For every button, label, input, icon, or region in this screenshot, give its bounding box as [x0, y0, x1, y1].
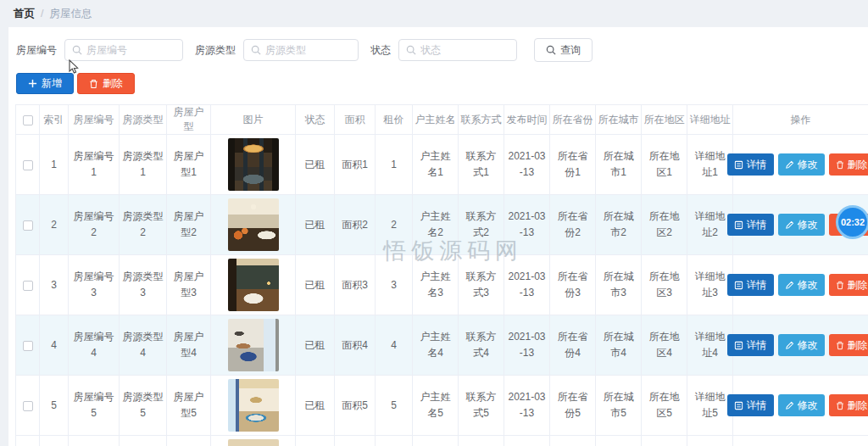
- search-icon: [406, 45, 416, 55]
- cell-owner: 户主姓名2: [413, 195, 459, 255]
- cell-owner: 户主姓名5: [413, 376, 459, 436]
- cell-house-layout: 房屋户型2: [167, 195, 211, 255]
- cell-district: 所在地区4: [642, 315, 687, 376]
- cell-house-code: 房屋编号2: [69, 195, 120, 255]
- detail-button[interactable]: 详情: [727, 334, 774, 356]
- query-button[interactable]: 查询: [534, 38, 593, 62]
- cell-city: 所在城市5: [596, 376, 642, 436]
- detail-button[interactable]: 详情: [727, 153, 774, 176]
- document-icon: [734, 341, 743, 350]
- col-province: 所在省份: [550, 105, 596, 135]
- plus-icon: [28, 79, 37, 88]
- edit-button[interactable]: 修改: [778, 274, 825, 296]
- table-row: 1 房屋编号1 房源类型1 房屋户型1 已租 面积1 1 户主姓名1 联系方式1…: [16, 135, 868, 195]
- house-photo: [228, 198, 279, 251]
- cell-status: 已租: [296, 135, 335, 195]
- content-card: 房屋编号 房源类型 状态 查询 新增 删除: [8, 27, 868, 446]
- filter-label-status: 状态: [370, 43, 391, 58]
- col-area: 面积: [335, 105, 376, 135]
- cell-area: 面积5: [335, 376, 376, 436]
- cell-status: 已租: [296, 376, 335, 436]
- document-icon: [734, 220, 743, 230]
- recording-timer-badge[interactable]: 02:32: [836, 205, 868, 239]
- row-checkbox[interactable]: [23, 220, 33, 231]
- delete-button[interactable]: 删除: [829, 394, 868, 416]
- cell-status: 已租: [296, 195, 335, 255]
- cell-price: 1: [376, 135, 413, 195]
- status-input[interactable]: [420, 44, 509, 56]
- detail-button[interactable]: 详情: [727, 394, 774, 416]
- cell-contact: 联系方式3: [459, 255, 504, 315]
- cell-house-layout: 房屋户型3: [167, 255, 211, 315]
- house-photo: [228, 379, 279, 432]
- cell-owner: 户主姓名4: [413, 315, 459, 376]
- table-row: 5 房屋编号5 房源类型5 房屋户型5 已租 面积5 5 户主姓名5 联系方式5…: [16, 376, 868, 436]
- cell-province: 所在省份1: [550, 135, 596, 195]
- pencil-icon: [785, 220, 794, 230]
- breadcrumb: 首页 / 房屋信息: [0, 0, 868, 27]
- cell-index: 3: [40, 255, 69, 315]
- search-icon: [546, 45, 556, 55]
- edit-button[interactable]: 修改: [778, 153, 825, 176]
- row-checkbox[interactable]: [23, 281, 33, 291]
- detail-button[interactable]: 详情: [727, 214, 774, 236]
- cell-address: 详细地址5: [687, 376, 733, 436]
- breadcrumb-home[interactable]: 首页: [14, 7, 35, 21]
- col-contact: 联系方式: [459, 105, 504, 135]
- cell-address: 详细地址3: [687, 255, 733, 315]
- edit-button[interactable]: 修改: [778, 334, 825, 356]
- cell-house-type: 房源类型3: [120, 255, 167, 315]
- house-code-input[interactable]: [86, 44, 175, 56]
- cell-date: 2021-03-13: [504, 376, 550, 436]
- cell-district: 所在地区3: [642, 255, 687, 315]
- delete-button[interactable]: 删除: [829, 153, 868, 176]
- edit-button[interactable]: 修改: [778, 214, 825, 236]
- cell-date: 2021-03-13: [504, 195, 550, 255]
- cell-district: 所在地区5: [642, 376, 687, 436]
- table-row: 3 房屋编号3 房源类型3 房屋户型3 已租 面积3 3 户主姓名3 联系方式3…: [16, 255, 868, 315]
- cell-house-code: 房屋编号5: [69, 376, 120, 436]
- cell-province: 所在省份2: [550, 195, 596, 255]
- cell-city: 所在城市4: [596, 315, 642, 376]
- col-owner: 户主姓名: [413, 105, 459, 135]
- document-icon: [734, 281, 743, 290]
- row-checkbox[interactable]: [23, 341, 33, 351]
- house-type-input[interactable]: [265, 44, 351, 56]
- trash-icon: [836, 160, 844, 170]
- cell-status: 已租: [296, 315, 335, 376]
- cell-house-type: 房源类型5: [120, 376, 167, 436]
- cell-address: 详细地址1: [687, 135, 733, 195]
- row-checkbox[interactable]: [23, 160, 33, 170]
- cell-area: 面积2: [335, 195, 376, 255]
- detail-button[interactable]: 详情: [727, 274, 774, 296]
- house-type-input-wrap: [243, 39, 359, 61]
- cell-province: 所在省份4: [550, 315, 596, 376]
- cell-province: 所在省份5: [550, 376, 596, 436]
- col-city: 所在城市: [596, 105, 642, 135]
- cell-index: 2: [40, 195, 69, 255]
- trash-icon: [836, 341, 844, 350]
- cell-house-type: 房源类型1: [120, 135, 167, 195]
- table-header-row: 索引 房屋编号 房源类型 房屋户型 图片 状态 面积 租价 户主姓名 联系方式 …: [16, 105, 868, 135]
- cell-province: 所在省份3: [550, 255, 596, 315]
- bulk-delete-button[interactable]: 删除: [77, 73, 135, 94]
- cell-area: 面积1: [335, 135, 376, 195]
- cell-area: 面积4: [335, 315, 376, 376]
- trash-icon: [836, 401, 844, 410]
- cell-city: 所在城市1: [596, 135, 642, 195]
- filter-label-house-type: 房源类型: [195, 43, 236, 58]
- delete-button[interactable]: 删除: [829, 334, 868, 356]
- col-house-type: 房源类型: [120, 105, 167, 135]
- toolbar: 新增 删除: [16, 73, 868, 94]
- add-button[interactable]: 新增: [16, 73, 74, 94]
- cell-price: 2: [376, 195, 413, 255]
- cell-date: 2021-03-13: [504, 315, 550, 376]
- col-index: 索引: [40, 105, 69, 135]
- delete-button[interactable]: 删除: [829, 274, 868, 296]
- select-all-checkbox[interactable]: [23, 115, 33, 125]
- edit-button[interactable]: 修改: [778, 394, 825, 416]
- col-house-code: 房屋编号: [69, 105, 120, 135]
- cell-contact: 联系方式2: [459, 195, 504, 255]
- row-checkbox[interactable]: [23, 401, 33, 411]
- table-row: 4 房屋编号4 房源类型4 房屋户型4 已租 面积4 4 户主姓名4 联系方式4…: [16, 315, 868, 376]
